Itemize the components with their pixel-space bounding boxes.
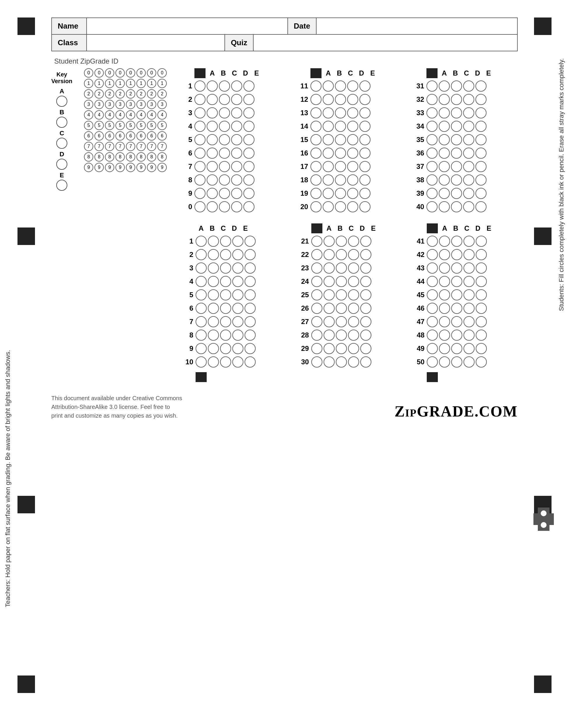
kv-letter-d: D	[59, 151, 64, 158]
row-number: 38	[410, 176, 426, 184]
answer-bubble	[475, 188, 486, 199]
id-bubble-col5-digit6: 6	[137, 131, 146, 141]
row-number: 35	[410, 136, 426, 144]
answer-bubble	[208, 343, 219, 354]
s2-col3-sq-header	[427, 223, 438, 233]
answer-bubble	[463, 121, 474, 132]
row-number: 43	[411, 264, 427, 272]
id-bubble-col6-digit9: 9	[147, 163, 156, 172]
puzzle-icon	[533, 507, 554, 531]
answer-bubble	[439, 174, 450, 185]
answer-bubble	[208, 276, 219, 287]
s2-col2-c-header: C	[346, 224, 357, 232]
row-number: 9	[179, 189, 195, 197]
id-bubble-col0-digit6: 6	[84, 131, 93, 141]
answer-row: 7	[180, 316, 286, 327]
answer-row: 0	[179, 201, 286, 212]
answer-bubble	[439, 289, 450, 300]
answer-bubble	[463, 107, 474, 118]
answer-bubble	[451, 161, 462, 172]
answer-bubble	[310, 148, 321, 159]
answer-bubble	[244, 81, 255, 92]
answer-bubble	[359, 107, 370, 118]
answer-bubble	[336, 236, 347, 247]
answer-bubble	[208, 356, 219, 367]
quiz-input[interactable]	[254, 35, 517, 51]
date-input[interactable]	[316, 18, 517, 34]
answer-row: 4	[180, 276, 286, 287]
id-bubble-col2-digit9: 9	[105, 163, 114, 172]
answer-bubble	[451, 249, 462, 260]
class-input[interactable]	[87, 35, 225, 51]
answer-bubble	[463, 316, 474, 327]
answer-bubble	[335, 134, 346, 145]
answer-bubble	[231, 188, 242, 199]
corner-ml2-square	[17, 496, 35, 513]
answer-row: 1	[179, 81, 286, 92]
answer-bubble	[207, 94, 218, 105]
id-bubble-col5-digit2: 2	[137, 89, 146, 99]
answer-row: 45	[411, 289, 518, 300]
answer-bubble	[360, 263, 371, 274]
answer-row: 47	[411, 316, 518, 327]
row-number: 44	[411, 277, 427, 286]
answer-bubble	[220, 276, 231, 287]
answer-bubble	[426, 94, 437, 105]
answer-bubble	[245, 263, 256, 274]
col3-e-header: E	[483, 69, 494, 77]
answer-row: 38	[410, 174, 518, 185]
col2-e-header: E	[367, 69, 378, 77]
answer-bubble	[207, 188, 218, 199]
answer-bubble	[451, 148, 462, 159]
row-number: 48	[411, 331, 427, 339]
answer-bubble	[219, 148, 230, 159]
answer-row: 10	[180, 356, 286, 367]
answer-row: 22	[295, 249, 402, 260]
row-number: 47	[411, 318, 427, 326]
s2-col1-c-header: C	[218, 224, 229, 232]
answer-row: 13	[294, 107, 402, 118]
answer-bubble	[231, 81, 242, 92]
answer-row: 31	[410, 81, 518, 92]
name-input[interactable]	[87, 18, 287, 34]
answer-bubble	[451, 107, 462, 118]
answer-bubble	[336, 249, 347, 260]
answer-bubble	[336, 303, 347, 314]
answer-bubble	[347, 134, 358, 145]
id-bubble-col7-digit7: 7	[157, 142, 167, 151]
id-bubble-col2-digit3: 3	[105, 100, 114, 109]
answer-bubble	[476, 236, 487, 247]
answer-row: 36	[410, 148, 518, 159]
answer-bubble	[207, 201, 218, 212]
section2-answers: A B C D E A B C D E	[180, 223, 518, 382]
answer-bubble	[476, 276, 487, 287]
answer-bubble	[208, 236, 219, 247]
row-number: 6	[179, 149, 195, 157]
id-bubble-col1-digit6: 6	[95, 131, 104, 141]
answer-bubble	[463, 201, 474, 212]
answer-bubble	[463, 263, 474, 274]
row-number: 33	[410, 109, 426, 117]
corner-tr-square	[534, 17, 552, 35]
kv-letter-a: A	[59, 87, 64, 95]
id-col-7: 0123456789	[157, 68, 167, 172]
row-number: 5	[179, 136, 195, 144]
answer-row: 21	[295, 236, 402, 247]
id-bubble-col0-digit8: 8	[84, 152, 93, 162]
id-bubble-col5-digit0: 0	[137, 68, 146, 78]
key-version-title: KeyVersion	[51, 71, 72, 85]
id-col-3: 0123456789	[115, 68, 125, 172]
answer-bubble	[196, 343, 207, 354]
answer-bubble	[451, 174, 462, 185]
row-number: 28	[295, 331, 311, 339]
id-bubble-col2-digit0: 0	[105, 68, 114, 78]
kv-letter-e: E	[60, 171, 64, 179]
answer-bubble	[439, 276, 450, 287]
answer-row: 7	[179, 161, 286, 172]
answer-bubble	[323, 148, 334, 159]
id-bubble-col5-digit7: 7	[137, 142, 146, 151]
answer-bubble	[323, 188, 334, 199]
row-number: 9	[180, 344, 196, 353]
answer-bubble	[219, 94, 230, 105]
s2-col2-d-header: D	[357, 224, 368, 232]
